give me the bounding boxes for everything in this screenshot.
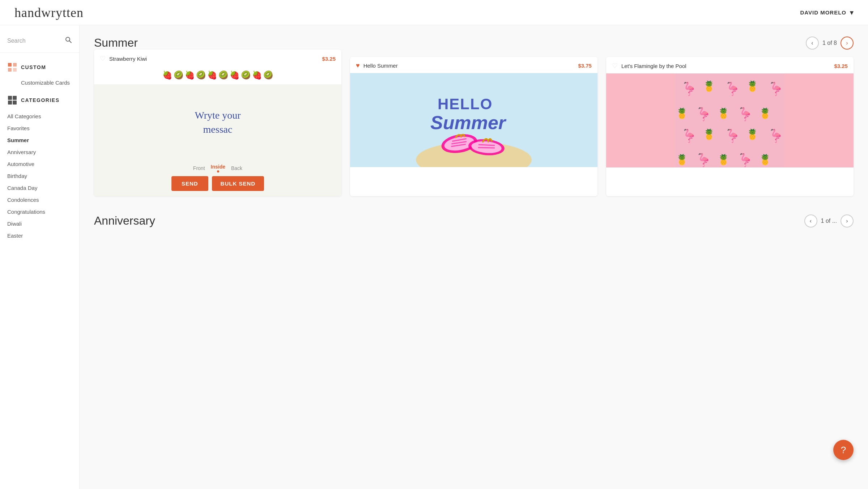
card-strawberry-kiwi: ♡ Strawberry Kiwi $3.25 🍓 🥝 🍓 🥝 🍓 — [94, 50, 341, 196]
favorite-icon-flamingle[interactable]: ♡ — [612, 62, 618, 70]
card-inside-view: Wryte yourmessac — [94, 84, 341, 160]
logo: handwrytten — [14, 5, 84, 20]
svg-rect-5 — [13, 68, 17, 72]
anniversary-prev-btn[interactable]: ‹ — [804, 214, 817, 228]
fruit-2: 🥝 — [174, 71, 183, 80]
search-icon[interactable] — [65, 36, 72, 45]
svg-rect-4 — [8, 68, 12, 72]
sidebar-item-customizable-cards[interactable]: Customizable Cards — [0, 77, 79, 88]
search-input[interactable] — [7, 38, 63, 44]
summer-pagination: ‹ 1 of 8 › — [806, 37, 854, 50]
fruit-8: 🥝 — [241, 71, 251, 80]
svg-text:Summer: Summer — [430, 112, 507, 133]
svg-text:🦩: 🦩 — [737, 152, 753, 167]
header: handwrytten DAVID MORELO ▾ — [0, 0, 868, 25]
svg-text:🦩: 🦩 — [768, 128, 784, 144]
favorite-icon-strawberry[interactable]: ♡ — [100, 55, 106, 63]
card-hello-summer-image: HELLO Summer — [350, 73, 597, 167]
card-tabs: Front Inside Back — [100, 164, 336, 173]
svg-text:🦩: 🦩 — [724, 128, 741, 144]
svg-rect-2 — [8, 63, 12, 67]
fruit-3: 🍓 — [185, 71, 195, 80]
fruit-4: 🥝 — [196, 71, 206, 80]
svg-text:🍍: 🍍 — [703, 128, 715, 140]
anniversary-pagination: ‹ 1 of ... › — [804, 214, 854, 228]
card-title-strawberry: Strawberry Kiwi — [109, 56, 147, 62]
sidebar-item-automotive[interactable]: Automotive — [0, 158, 79, 170]
svg-rect-3 — [13, 63, 17, 67]
sidebar-item-summer[interactable]: Summer — [0, 134, 79, 146]
sidebar-item-diwali[interactable]: Diwali — [0, 218, 79, 230]
svg-text:🦩: 🦩 — [737, 106, 753, 122]
fruit-7: 🍓 — [230, 71, 239, 80]
svg-text:🦩: 🦩 — [695, 106, 712, 122]
svg-text:🍍: 🍍 — [746, 80, 759, 92]
favorite-icon-hello-summer[interactable]: ♥ — [356, 62, 360, 69]
send-button[interactable]: SEND — [171, 176, 208, 191]
active-tab-indicator — [217, 170, 219, 173]
svg-text:🍍: 🍍 — [759, 107, 771, 119]
svg-line-19 — [478, 145, 495, 145]
fruit-6: 🥝 — [218, 71, 228, 80]
sidebar-item-condolences[interactable]: Condolences — [0, 194, 79, 206]
sidebar-item-all-categories[interactable]: All Categories — [0, 110, 79, 122]
svg-text:🦩: 🦩 — [681, 81, 697, 97]
card-hello-summer-header: ♥ Hello Summer $3.75 — [350, 57, 597, 73]
fruit-10: 🥝 — [263, 71, 273, 80]
card-actions: SEND BULK SEND — [100, 176, 336, 191]
summer-title: Summer — [94, 36, 138, 50]
sidebar-item-favorites[interactable]: Favorites — [0, 122, 79, 134]
svg-text:🦩: 🦩 — [681, 128, 697, 144]
user-menu[interactable]: DAVID MORELO ▾ — [800, 9, 854, 17]
custom-icon — [7, 62, 17, 72]
svg-text:🍍: 🍍 — [746, 128, 759, 140]
sidebar-item-anniversary[interactable]: Anniversary — [0, 146, 79, 158]
help-button[interactable]: ? — [833, 440, 854, 460]
anniversary-section-header: Anniversary ‹ 1 of ... › — [94, 214, 854, 228]
svg-text:🍍: 🍍 — [703, 80, 715, 92]
main-content: Summer ‹ 1 of 8 › ♡ Strawberry Kiwi $3.2… — [80, 25, 868, 489]
sidebar-item-congratulations[interactable]: Congratulations — [0, 206, 79, 218]
svg-rect-6 — [8, 96, 12, 100]
svg-rect-8 — [8, 101, 12, 105]
main-layout: CUSTOM Customizable Cards CATEGORIES All… — [0, 25, 868, 489]
summer-next-btn[interactable]: › — [841, 37, 854, 50]
custom-label: CUSTOM — [21, 64, 46, 70]
fruit-9: 🍓 — [252, 71, 262, 80]
bulk-send-button[interactable]: BULK SEND — [212, 176, 264, 191]
svg-text:🦩: 🦩 — [768, 81, 784, 97]
card-strawberry-kiwi-header: ♡ Strawberry Kiwi $3.25 — [94, 50, 341, 66]
fruit-bar: 🍓 🥝 🍓 🥝 🍓 🥝 🍓 🥝 🍓 🥝 — [94, 66, 341, 84]
sidebar-item-birthday[interactable]: Birthday — [0, 170, 79, 182]
custom-section-header: CUSTOM — [0, 59, 79, 76]
svg-text:🦩: 🦩 — [695, 152, 712, 167]
anniversary-title: Anniversary — [94, 214, 155, 228]
card-title-hello-summer: Hello Summer — [363, 63, 398, 69]
card-footer-strawberry: Front Inside Back SEND BULK SEND — [94, 160, 341, 196]
categories-icon — [7, 95, 17, 105]
tab-inside[interactable]: Inside — [211, 164, 225, 170]
anniversary-pagination-label: 1 of ... — [821, 218, 837, 224]
fruit-bar-inner: 🍓 🥝 🍓 🥝 🍓 🥝 🍓 🥝 🍓 🥝 — [94, 71, 341, 80]
summer-section: Summer ‹ 1 of 8 › ♡ Strawberry Kiwi $3.2… — [94, 36, 854, 196]
card-flamingle: ♡ Let's Flamingle by the Pool $3.25 🦩 � — [606, 57, 854, 196]
fruit-5: 🍓 — [207, 71, 217, 80]
handwritten-text: Wryte yourmessac — [195, 108, 241, 136]
svg-rect-7 — [13, 96, 17, 100]
summer-prev-btn[interactable]: ‹ — [806, 37, 819, 50]
svg-text:🍍: 🍍 — [759, 154, 771, 166]
sidebar-item-easter[interactable]: Easter — [0, 230, 79, 242]
anniversary-next-btn[interactable]: › — [841, 214, 854, 228]
svg-text:🦩: 🦩 — [724, 81, 741, 97]
card-flamingle-header: ♡ Let's Flamingle by the Pool $3.25 — [606, 57, 854, 73]
user-name: DAVID MORELO — [800, 9, 846, 16]
svg-line-20 — [478, 148, 495, 148]
tab-back[interactable]: Back — [231, 165, 242, 171]
anniversary-section: Anniversary ‹ 1 of ... › — [94, 214, 854, 228]
categories-label: CATEGORIES — [21, 97, 60, 103]
card-price-flamingle: $3.25 — [834, 63, 848, 69]
card-flamingle-image: 🦩 🍍 🦩 🍍 🦩 🍍 🦩 🍍 🦩 🍍 — [606, 73, 854, 167]
svg-text:🍍: 🍍 — [717, 107, 730, 119]
tab-front[interactable]: Front — [193, 165, 205, 171]
sidebar-item-canada-day[interactable]: Canada Day — [0, 182, 79, 194]
